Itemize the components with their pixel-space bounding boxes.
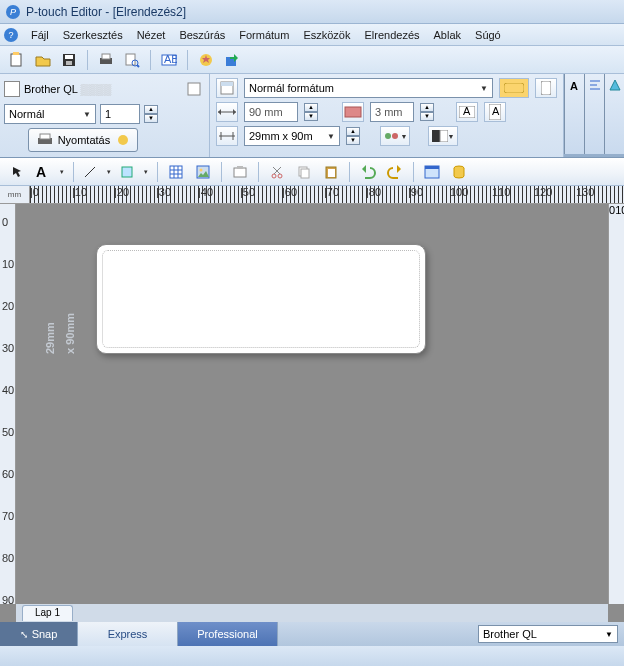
print-action-button[interactable]: Nyomtatás	[28, 128, 138, 152]
save-button[interactable]	[58, 49, 80, 71]
new-button[interactable]	[6, 49, 28, 71]
ruler-vertical-right[interactable]: 0102030405060708090	[608, 204, 624, 604]
orientation-landscape-button[interactable]	[499, 78, 529, 98]
side-tab-color[interactable]	[604, 74, 624, 154]
mdi-icon: ?	[4, 28, 18, 42]
width-input[interactable]: 90 mm	[244, 102, 298, 122]
print-panel: Brother QL ▒▒▒▒ Normál▼ 1 ▲▼ Nyomtatás	[0, 74, 210, 157]
line-tool[interactable]: ▾	[80, 161, 114, 183]
menu-window[interactable]: Ablak	[427, 27, 469, 43]
mode-bar: ⤡Snap Express Professional Brother QL▼	[0, 622, 624, 646]
copy-button[interactable]	[292, 161, 316, 183]
margin-icon	[342, 102, 364, 122]
side-tabs: A	[564, 74, 624, 157]
mode-snap[interactable]: ⤡Snap	[0, 622, 78, 646]
svg-rect-16	[40, 134, 50, 139]
menu-insert[interactable]: Beszúrás	[172, 27, 232, 43]
margin-input[interactable]: 3 mm	[370, 102, 414, 122]
svg-rect-49	[237, 166, 243, 169]
object-toolbar: A▾ ▾ ▾	[0, 158, 624, 186]
svg-rect-4	[66, 61, 72, 65]
text-tool[interactable]: A▾	[33, 161, 67, 183]
separator	[150, 50, 151, 70]
separator	[87, 50, 88, 70]
separator	[157, 162, 158, 182]
menu-layout[interactable]: Elrendezés	[357, 27, 426, 43]
svg-rect-7	[126, 54, 135, 65]
separator	[413, 162, 414, 182]
wizard-button[interactable]	[195, 49, 217, 71]
sheet-tab-1[interactable]: Lap 1	[22, 605, 73, 621]
menu-edit[interactable]: Szerkesztés	[56, 27, 130, 43]
svg-text:A: A	[463, 106, 471, 117]
side-tab-align[interactable]	[584, 74, 604, 154]
mode-professional[interactable]: Professional	[178, 622, 278, 646]
printer-icon	[37, 133, 52, 147]
print-button[interactable]	[95, 49, 117, 71]
export-button[interactable]	[221, 49, 243, 71]
ruler-horizontal[interactable]: |0|10|20|30|40|50|60|70|80|9010011012013…	[30, 186, 624, 204]
svg-rect-33	[432, 130, 440, 142]
svg-line-39	[85, 167, 95, 177]
width-spinner[interactable]: ▲▼	[304, 103, 318, 121]
svg-rect-57	[328, 169, 335, 177]
preview-button[interactable]	[121, 49, 143, 71]
menu-tools[interactable]: Eszközök	[296, 27, 357, 43]
cut-button[interactable]	[265, 161, 289, 183]
feed-button[interactable]: ▼	[380, 126, 410, 146]
svg-rect-34	[440, 130, 448, 142]
app-icon: P	[6, 5, 20, 19]
undo-button[interactable]	[356, 161, 380, 183]
canvas[interactable]: 29mmx 90mm	[16, 204, 608, 604]
menu-help[interactable]: Súgó	[468, 27, 508, 43]
database-button[interactable]	[447, 161, 471, 183]
menu-file[interactable]: Fájl	[24, 27, 56, 43]
svg-rect-23	[345, 107, 361, 117]
text-button[interactable]: ABC	[158, 49, 180, 71]
label-object[interactable]	[96, 244, 426, 354]
status-printer-combo[interactable]: Brother QL▼	[478, 625, 618, 643]
screenshot-tool[interactable]	[228, 161, 252, 183]
textframe-h-button[interactable]: A	[456, 102, 478, 122]
menu-view[interactable]: Nézet	[130, 27, 173, 43]
zoom-combo[interactable]: Normál▼	[4, 104, 96, 124]
svg-point-47	[200, 168, 203, 171]
title-bar: P P-touch Editor - [Elrendezés2]	[0, 0, 624, 24]
mode-express[interactable]: Express	[78, 622, 178, 646]
side-tab-text[interactable]: A	[564, 74, 584, 154]
printer-props-button[interactable]	[183, 78, 205, 100]
window-title: P-touch Editor - [Elrendezés2]	[26, 5, 186, 19]
orientation-portrait-button[interactable]	[535, 78, 557, 98]
image-tool[interactable]	[191, 161, 215, 183]
pointer-tool[interactable]	[6, 161, 30, 183]
textframe-v-button[interactable]: A	[484, 102, 506, 122]
svg-point-17	[118, 135, 128, 145]
copies-spinner[interactable]: ▲▼	[144, 105, 158, 123]
media-spinner[interactable]: ▲▼	[346, 127, 360, 145]
menu-bar: ? Fájl Szerkesztés Nézet Beszúrás Formát…	[0, 24, 624, 46]
copies-input[interactable]: 1	[100, 104, 140, 124]
svg-rect-14	[188, 83, 200, 95]
svg-point-31	[385, 133, 391, 139]
svg-rect-0	[11, 54, 21, 66]
main-toolbar: ABC	[0, 46, 624, 74]
svg-rect-40	[122, 167, 132, 177]
media-combo[interactable]: 29mm x 90m▼	[244, 126, 340, 146]
separator	[349, 162, 350, 182]
format-combo[interactable]: Normál formátum▼	[244, 78, 493, 98]
ruler-vertical-left[interactable]: 0102030405060708090	[0, 204, 16, 604]
panel-icon[interactable]	[216, 78, 238, 98]
paste-button[interactable]	[319, 161, 343, 183]
layout-view-button[interactable]	[420, 161, 444, 183]
open-button[interactable]	[32, 49, 54, 71]
paper-panel: Normál formátum▼ 90 mm ▲▼ 3 mm ▲▼ A A 29…	[210, 74, 564, 157]
shape-tool[interactable]: ▾	[117, 161, 151, 183]
color-mode-button[interactable]: ▼	[428, 126, 458, 146]
property-dock: Brother QL ▒▒▒▒ Normál▼ 1 ▲▼ Nyomtatás N…	[0, 74, 624, 158]
redo-button[interactable]	[383, 161, 407, 183]
margin-spinner[interactable]: ▲▼	[420, 103, 434, 121]
table-tool[interactable]	[164, 161, 188, 183]
svg-rect-3	[65, 55, 73, 59]
menu-format[interactable]: Formátum	[232, 27, 296, 43]
print-options-icon	[116, 133, 129, 147]
